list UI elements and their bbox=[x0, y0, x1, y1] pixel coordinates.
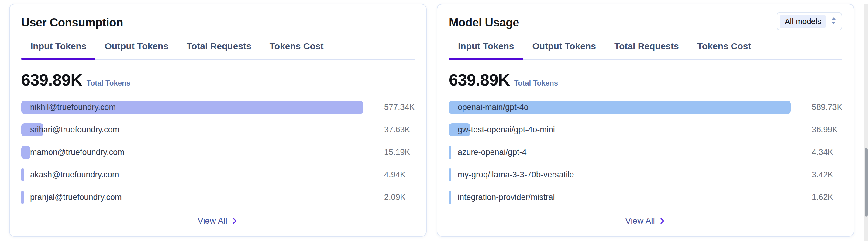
bar-row-value: 3.42K bbox=[812, 168, 842, 181]
bar-row-value: 15.19K bbox=[384, 146, 414, 159]
bar-track: mamon@truefoundry.com bbox=[21, 146, 374, 159]
model-filter-select[interactable]: All models bbox=[777, 12, 842, 30]
bar[interactable] bbox=[21, 168, 24, 181]
user-consumption-card: User Consumption Input TokensOutput Toke… bbox=[9, 4, 427, 237]
bar-row-value: 589.73K bbox=[812, 101, 842, 114]
tab-total-requests[interactable]: Total Requests bbox=[605, 41, 688, 59]
total-label: Total Tokens bbox=[87, 79, 130, 87]
card-title: Model Usage bbox=[449, 15, 519, 30]
total-label: Total Tokens bbox=[514, 79, 558, 87]
bar-track: srihari@truefoundry.com bbox=[21, 123, 374, 136]
bar-list: openai-main/gpt-4o589.73Kgw-test-openai/… bbox=[449, 101, 842, 204]
tabs: Input TokensOutput TokensTotal RequestsT… bbox=[21, 41, 414, 60]
bar-row-value: 4.34K bbox=[812, 146, 842, 159]
bar-row-label: integration-provider/mistral bbox=[458, 191, 555, 204]
total-value: 639.89K bbox=[21, 71, 82, 88]
total-summary: 639.89K Total Tokens bbox=[449, 71, 842, 88]
tab-total-requests[interactable]: Total Requests bbox=[178, 41, 260, 59]
tab-input-tokens[interactable]: Input Tokens bbox=[449, 41, 523, 59]
total-summary: 639.89K Total Tokens bbox=[21, 71, 414, 88]
dashboard: User Consumption Input TokensOutput Toke… bbox=[0, 0, 868, 241]
bar-row: azure-openai/gpt-44.34K bbox=[449, 146, 842, 159]
view-all-label: View All bbox=[197, 216, 227, 226]
bar-track: pranjal@truefoundry.com bbox=[21, 191, 374, 204]
bar-row: my-groq/llama-3-3-70b-versatile3.42K bbox=[449, 168, 842, 181]
tab-output-tokens[interactable]: Output Tokens bbox=[95, 41, 177, 59]
bar-row-label: gw-test-openai/gpt-4o-mini bbox=[458, 123, 555, 136]
tab-output-tokens[interactable]: Output Tokens bbox=[523, 41, 605, 59]
bar[interactable] bbox=[21, 146, 30, 159]
bar-track: openai-main/gpt-4o bbox=[449, 101, 801, 114]
bar-track: akash@truefoundry.com bbox=[21, 168, 374, 181]
tabs: Input TokensOutput TokensTotal RequestsT… bbox=[449, 41, 842, 60]
tab-tokens-cost[interactable]: Tokens Cost bbox=[688, 41, 761, 59]
bar-track: integration-provider/mistral bbox=[449, 191, 801, 204]
bar-row: akash@truefoundry.com4.94K bbox=[21, 168, 414, 181]
bar-row: srihari@truefoundry.com37.63K bbox=[21, 123, 414, 136]
bar-row: pranjal@truefoundry.com2.09K bbox=[21, 191, 414, 204]
bar-row-label: pranjal@truefoundry.com bbox=[30, 191, 122, 204]
scrollbar-track[interactable] bbox=[864, 4, 868, 241]
bar-row-value: 1.62K bbox=[812, 191, 842, 204]
bar-row: mamon@truefoundry.com15.19K bbox=[21, 146, 414, 159]
bar[interactable] bbox=[449, 168, 451, 181]
select-arrows-icon bbox=[830, 17, 837, 26]
bar[interactable] bbox=[449, 191, 451, 204]
bar-row-label: mamon@truefoundry.com bbox=[30, 146, 125, 159]
bar-track: nikhil@truefoundry.com bbox=[21, 101, 374, 114]
bar[interactable] bbox=[449, 146, 451, 159]
bar-row: nikhil@truefoundry.com577.34K bbox=[21, 101, 414, 114]
card-title: User Consumption bbox=[21, 15, 123, 30]
bar-row-value: 36.99K bbox=[812, 123, 842, 136]
tab-tokens-cost[interactable]: Tokens Cost bbox=[260, 41, 333, 59]
model-usage-card: Model Usage All models Input TokensOutpu… bbox=[437, 4, 854, 237]
bar-row-label: openai-main/gpt-4o bbox=[458, 101, 529, 114]
tab-input-tokens[interactable]: Input Tokens bbox=[21, 41, 95, 59]
bar-row-label: my-groq/llama-3-3-70b-versatile bbox=[458, 168, 574, 181]
bar-row-value: 577.34K bbox=[384, 101, 414, 114]
bar-row-label: akash@truefoundry.com bbox=[30, 168, 119, 181]
bar-row-label: srihari@truefoundry.com bbox=[30, 123, 119, 136]
bar-row-label: azure-openai/gpt-4 bbox=[458, 146, 527, 159]
bar[interactable] bbox=[21, 191, 24, 204]
bar-track: gw-test-openai/gpt-4o-mini bbox=[449, 123, 801, 136]
bar-row: gw-test-openai/gpt-4o-mini36.99K bbox=[449, 123, 842, 136]
bar-row-value: 37.63K bbox=[384, 123, 414, 136]
bar-track: my-groq/llama-3-3-70b-versatile bbox=[449, 168, 801, 181]
view-all-button[interactable]: View All bbox=[622, 214, 669, 227]
model-filter-value: All models bbox=[780, 15, 826, 28]
bar-row-value: 4.94K bbox=[384, 168, 414, 181]
bar-row: openai-main/gpt-4o589.73K bbox=[449, 101, 842, 114]
view-all-label: View All bbox=[625, 216, 655, 226]
bar-row-label: nikhil@truefoundry.com bbox=[30, 101, 116, 114]
bar-track: azure-openai/gpt-4 bbox=[449, 146, 801, 159]
total-value: 639.89K bbox=[449, 71, 510, 88]
chevron-right-icon bbox=[231, 217, 238, 224]
view-all-button[interactable]: View All bbox=[194, 214, 241, 227]
bar-list: nikhil@truefoundry.com577.34Ksrihari@tru… bbox=[21, 101, 414, 204]
bar-row: integration-provider/mistral1.62K bbox=[449, 191, 842, 204]
scrollbar-thumb[interactable] bbox=[865, 148, 868, 217]
chevron-right-icon bbox=[659, 217, 666, 224]
bar-row-value: 2.09K bbox=[384, 191, 414, 204]
